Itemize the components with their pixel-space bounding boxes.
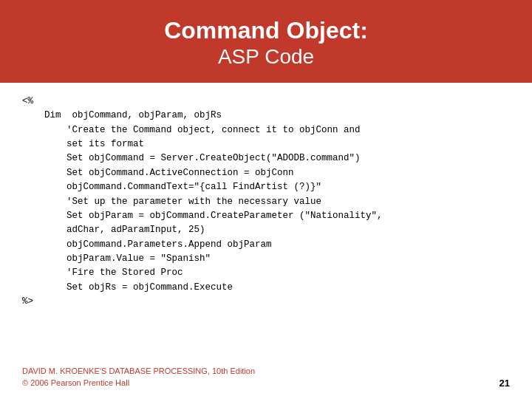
slide-footer: DAVID M. KROENKE'S DATABASE PROCESSING, …: [0, 358, 532, 399]
footer-citation: DAVID M. KROENKE'S DATABASE PROCESSING, …: [22, 366, 255, 389]
header-subtitle: ASP Code: [15, 44, 517, 69]
footer-line1: DAVID M. KROENKE'S DATABASE PROCESSING, …: [22, 366, 255, 375]
header-title: Command Object:: [15, 16, 517, 44]
code-block: <% Dim objCommand, objParam, objRs 'Crea…: [22, 95, 510, 310]
footer-line2: © 2006 Pearson Prentice Hall: [22, 378, 129, 387]
page-number: 21: [499, 378, 510, 389]
slide-container: Command Object: ASP Code <% Dim objComma…: [0, 0, 532, 399]
slide-content: <% Dim objCommand, objParam, objRs 'Crea…: [0, 83, 532, 358]
slide-header: Command Object: ASP Code: [0, 0, 532, 83]
